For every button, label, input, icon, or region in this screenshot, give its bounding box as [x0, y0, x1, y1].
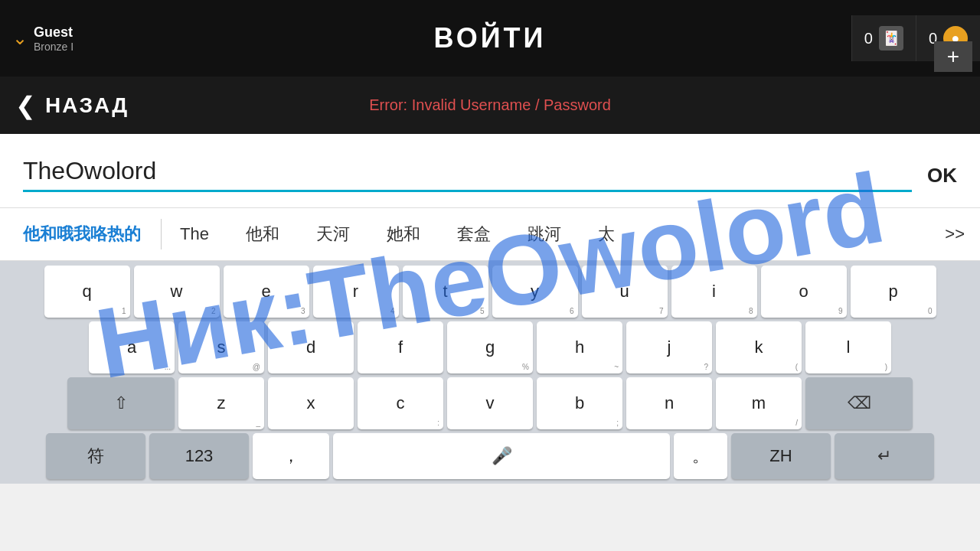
page-title: ВОЙТИ	[434, 22, 547, 54]
key-m[interactable]: m/	[716, 377, 802, 429]
key-d[interactable]: d	[268, 321, 354, 373]
key-x[interactable]: x	[268, 377, 354, 429]
ok-button[interactable]: OK	[927, 164, 957, 192]
card-amount: 0	[864, 30, 873, 47]
suggestion-item-4[interactable]: 套盒	[439, 223, 509, 246]
suggestion-item-0[interactable]: The	[162, 224, 227, 244]
key-shift[interactable]: ⇧	[67, 377, 175, 429]
back-arrow-icon[interactable]: ❮	[15, 91, 36, 120]
key-p[interactable]: p0	[851, 266, 936, 318]
key-dot[interactable]: 。	[674, 433, 727, 479]
suggestion-main[interactable]: 他和哦我咯热的	[8, 223, 161, 246]
plus-button[interactable]: +	[934, 41, 972, 72]
suggestion-item-5[interactable]: 跳河	[509, 223, 580, 246]
key-comma[interactable]: ，	[253, 433, 329, 479]
key-space[interactable]: 🎤	[333, 433, 670, 479]
suggestion-item-3[interactable]: 她和	[368, 223, 439, 246]
suggestion-bar: 他和哦我咯热的 The 他和 天河 她和 套盒 跳河 太 >>	[0, 207, 980, 261]
key-h[interactable]: h~	[537, 321, 622, 373]
key-u[interactable]: u7	[582, 266, 668, 318]
key-o[interactable]: o9	[761, 266, 847, 318]
key-w[interactable]: w2	[134, 266, 220, 318]
back-label: НАЗАД	[45, 93, 129, 118]
top-bar: ⌄ Guest Bronze I ВОЙТИ 0 🃏 0 ● +	[0, 0, 980, 77]
key-g[interactable]: g%	[447, 321, 533, 373]
key-e[interactable]: e3	[224, 266, 309, 318]
key-b[interactable]: b;	[537, 377, 622, 429]
key-v[interactable]: v	[447, 377, 533, 429]
key-enter[interactable]: ↵	[835, 433, 934, 479]
suggestion-more-button[interactable]: >>	[937, 224, 972, 244]
keyboard: q1 w2 e3 r4 t5 y6 u7 i8 o9 p0 a... s@ d …	[0, 261, 980, 484]
user-info: ⌄ Guest Bronze I	[0, 24, 122, 53]
user-text: Guest Bronze I	[34, 24, 74, 53]
keyboard-row-4: 符 123 ， 🎤 。 ZH ↵	[5, 433, 975, 479]
key-c[interactable]: c:	[358, 377, 443, 429]
keyboard-row-2: a... s@ d f g% h~ j? k( l)	[5, 321, 975, 373]
username: Guest	[34, 24, 74, 41]
username-input[interactable]	[23, 157, 912, 185]
key-r[interactable]: r4	[313, 266, 399, 318]
key-z[interactable]: z_	[178, 377, 264, 429]
key-q[interactable]: q1	[44, 266, 130, 318]
key-i[interactable]: i8	[671, 266, 757, 318]
keyboard-row-1: q1 w2 e3 r4 t5 y6 u7 i8 o9 p0	[5, 266, 975, 318]
key-y[interactable]: y6	[492, 266, 578, 318]
currency-area: 0 🃏 0 ● +	[851, 0, 980, 77]
key-f[interactable]: f	[358, 321, 443, 373]
key-n[interactable]: n	[626, 377, 712, 429]
card-icon: 🃏	[879, 26, 903, 51]
key-k[interactable]: k(	[716, 321, 802, 373]
error-message: Error: Invalid Username / Password	[369, 96, 611, 114]
suggestion-item-1[interactable]: 他和	[227, 223, 298, 246]
key-l[interactable]: l)	[805, 321, 891, 373]
key-s[interactable]: s@	[178, 321, 264, 373]
back-bar: ❮ НАЗАД Error: Invalid Username / Passwo…	[0, 77, 980, 134]
key-t[interactable]: t5	[403, 266, 488, 318]
keyboard-row-3: ⇧ z_ x c: v b; n m/ ⌫	[5, 377, 975, 429]
key-num[interactable]: 123	[149, 433, 249, 479]
chevron-down-icon[interactable]: ⌄	[12, 29, 28, 47]
text-input-wrapper	[23, 157, 912, 192]
title-area: ВОЙТИ	[434, 22, 547, 54]
key-lang[interactable]: ZH	[731, 433, 831, 479]
key-symbol[interactable]: 符	[46, 433, 145, 479]
key-a[interactable]: a...	[89, 321, 175, 373]
mic-icon: 🎤	[492, 446, 512, 466]
currency-item-card: 0 🃏	[851, 15, 916, 61]
key-backspace[interactable]: ⌫	[805, 377, 913, 429]
rank: Bronze I	[34, 41, 74, 53]
input-area: OK	[0, 134, 980, 207]
suggestion-item-6[interactable]: 太	[580, 223, 633, 246]
suggestion-item-2[interactable]: 天河	[298, 223, 368, 246]
key-j[interactable]: j?	[626, 321, 712, 373]
